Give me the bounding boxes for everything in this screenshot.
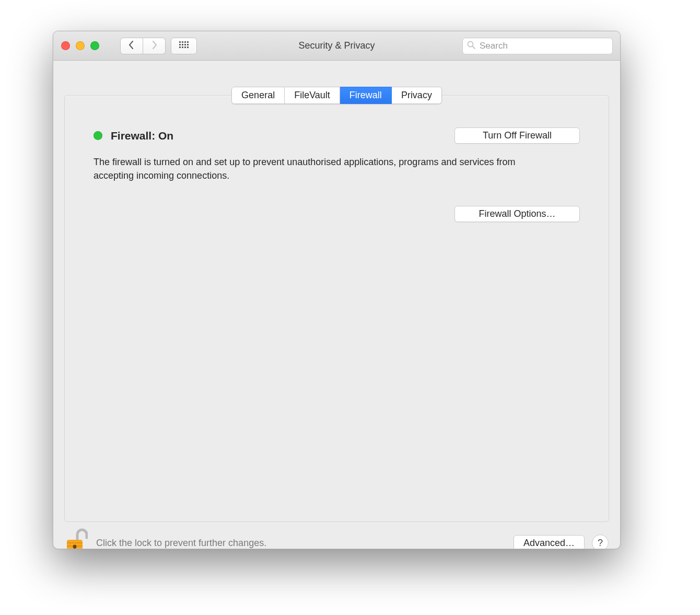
help-icon: ? bbox=[598, 538, 603, 549]
lock-hint-text: Click the lock to prevent further change… bbox=[96, 538, 266, 549]
svg-rect-2 bbox=[184, 41, 186, 43]
chevron-right-icon bbox=[151, 41, 157, 51]
firewall-options-button[interactable]: Firewall Options… bbox=[454, 206, 580, 222]
grid-icon bbox=[179, 41, 189, 50]
search-input[interactable] bbox=[479, 40, 608, 52]
svg-rect-5 bbox=[182, 44, 183, 45]
tab-bar: General FileVault Firewall Privacy bbox=[231, 87, 442, 104]
svg-rect-9 bbox=[182, 47, 183, 48]
titlebar: Security & Privacy bbox=[53, 31, 620, 61]
chevron-left-icon bbox=[129, 41, 135, 51]
footer: Click the lock to prevent further change… bbox=[53, 522, 620, 549]
tab-firewall[interactable]: Firewall bbox=[340, 87, 392, 104]
advanced-button[interactable]: Advanced… bbox=[514, 535, 585, 550]
preferences-window: Security & Privacy General FileVault Fir… bbox=[53, 31, 621, 549]
svg-rect-6 bbox=[184, 44, 186, 45]
svg-line-13 bbox=[473, 47, 475, 49]
svg-rect-0 bbox=[179, 41, 181, 43]
nav-buttons bbox=[120, 38, 166, 54]
content-panel: Firewall: On Turn Off Firewall The firew… bbox=[64, 95, 609, 522]
close-window-button[interactable] bbox=[61, 41, 70, 50]
status-indicator-icon bbox=[94, 131, 102, 140]
tab-filevault[interactable]: FileVault bbox=[285, 87, 340, 104]
tab-privacy[interactable]: Privacy bbox=[392, 87, 442, 104]
svg-rect-1 bbox=[182, 41, 183, 43]
minimize-window-button[interactable] bbox=[76, 41, 85, 50]
lock-button[interactable] bbox=[65, 528, 88, 549]
turn-off-firewall-button[interactable]: Turn Off Firewall bbox=[454, 127, 580, 144]
forward-button[interactable] bbox=[143, 38, 166, 54]
help-button[interactable]: ? bbox=[592, 535, 609, 549]
svg-rect-20 bbox=[74, 547, 75, 549]
search-field[interactable] bbox=[462, 38, 613, 54]
firewall-status-label: Firewall: On bbox=[111, 130, 173, 142]
window-controls bbox=[61, 41, 99, 50]
zoom-window-button[interactable] bbox=[90, 41, 99, 50]
firewall-description: The firewall is turned on and set up to … bbox=[94, 155, 522, 182]
show-all-preferences-button[interactable] bbox=[171, 38, 197, 54]
tab-general[interactable]: General bbox=[231, 87, 285, 104]
svg-rect-4 bbox=[179, 44, 181, 45]
firewall-status-row: Firewall: On Turn Off Firewall bbox=[94, 127, 580, 144]
svg-rect-10 bbox=[184, 47, 186, 48]
svg-rect-3 bbox=[187, 41, 189, 43]
svg-rect-11 bbox=[187, 47, 189, 48]
svg-rect-8 bbox=[179, 47, 181, 48]
search-icon bbox=[467, 41, 475, 51]
svg-rect-7 bbox=[187, 44, 189, 45]
back-button[interactable] bbox=[120, 38, 143, 54]
